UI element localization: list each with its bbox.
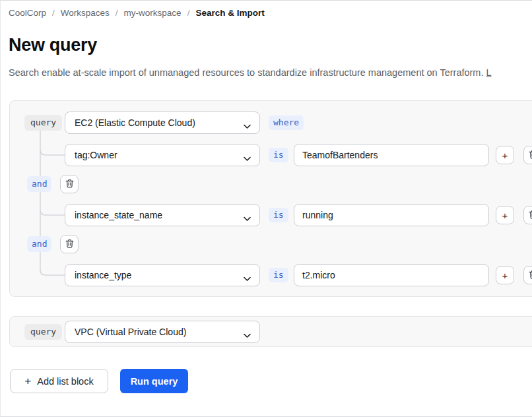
page-description-text: Search enable at-scale import of unmanag… [9,67,483,78]
add-list-block-label: Add list block [37,376,93,387]
page-title: New query [9,35,97,55]
trash-icon [529,150,532,161]
condition-value-input[interactable] [294,204,489,226]
attribute-value: instance_type [75,270,131,280]
page-description: Search enable at-scale import of unmanag… [9,67,532,78]
breadcrumb-my-workspace[interactable]: my-workspace [124,8,182,18]
delete-group-button[interactable] [60,175,79,193]
chevron-down-icon [244,153,251,164]
query-block-ec2: query EC2 (Elastic Compute Cloud) where … [9,100,532,297]
delete-condition-button[interactable] [523,146,532,164]
search-import-page: CoolCorp / Workspaces / my-workspace / S… [0,0,532,417]
is-operator-label: is [269,148,288,162]
attribute-select[interactable]: instance_type [65,264,260,286]
plus-icon: + [502,270,508,281]
is-operator-label: is [269,268,288,282]
plus-icon: + [24,375,31,387]
chevron-down-icon [244,273,251,284]
delete-condition-button[interactable] [523,266,532,284]
chevron-down-icon [244,121,251,131]
add-condition-button[interactable]: + [496,266,514,284]
delete-condition-button[interactable] [523,206,532,224]
attribute-value: tag:Owner [75,150,117,160]
query-keyword-label: query [24,324,62,340]
chevron-down-icon [244,213,251,224]
breadcrumb-separator: / [52,8,55,18]
query-keyword-label: query [24,115,62,131]
breadcrumb-search-import: Search & Import [195,8,264,18]
is-operator-label: is [269,208,288,222]
condition-value-input[interactable] [294,144,489,166]
trash-icon [65,179,74,190]
add-condition-button[interactable]: + [496,206,514,224]
and-keyword-label: and [27,176,51,192]
breadcrumb-separator: / [187,8,190,18]
trash-icon [65,239,74,250]
and-keyword-label: and [27,236,51,252]
resource-type-select[interactable]: VPC (Virtual Private Cloud) [65,321,260,343]
resource-type-select[interactable]: EC2 (Elastic Compute Cloud) [65,112,260,134]
trash-icon [529,270,532,281]
attribute-select[interactable]: instance_state_name [65,204,260,226]
breadcrumb: CoolCorp / Workspaces / my-workspace / S… [9,8,265,18]
add-condition-button[interactable]: + [496,146,514,164]
breadcrumb-coolcorp[interactable]: CoolCorp [9,8,46,18]
learn-more-link[interactable]: L [486,67,492,78]
attribute-select[interactable]: tag:Owner [65,144,260,166]
breadcrumb-workspaces[interactable]: Workspaces [61,8,110,18]
plus-icon: + [502,150,508,161]
breadcrumb-separator: / [116,8,118,18]
attribute-value: instance_state_name [75,210,162,220]
plus-icon: + [502,210,508,221]
delete-group-button[interactable] [60,235,79,253]
trash-icon [529,210,532,221]
add-list-block-button[interactable]: + Add list block [10,369,108,393]
where-keyword-label: where [269,115,304,130]
run-query-button[interactable]: Run query [120,369,188,393]
resource-type-value: VPC (Virtual Private Cloud) [75,327,186,337]
chevron-down-icon [244,330,251,340]
resource-type-value: EC2 (Elastic Compute Cloud) [75,117,195,128]
condition-value-input[interactable] [294,264,489,286]
query-block-vpc: query VPC (Virtual Private Cloud) [9,316,532,347]
